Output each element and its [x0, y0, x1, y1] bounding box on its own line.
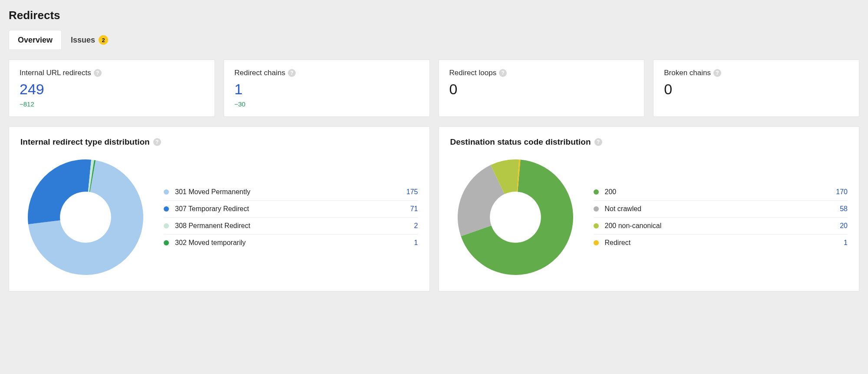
help-icon[interactable]: ? [499, 69, 507, 77]
stat-redirect-loops[interactable]: Redirect loops ? 0 [439, 60, 645, 117]
help-icon[interactable]: ? [94, 69, 102, 77]
legend-item[interactable]: 302 Moved temporarily1 [164, 235, 418, 251]
stat-label-text: Redirect loops [449, 69, 497, 77]
chart-redirect-type: Internal redirect type distribution ? 30… [9, 126, 430, 291]
stat-label-text: Internal URL redirects [20, 69, 91, 77]
donut-chart [450, 156, 581, 278]
legend-swatch [164, 189, 169, 195]
legend-value: 20 [840, 222, 848, 230]
donut-slice[interactable] [28, 159, 91, 224]
legend-value: 1 [414, 239, 418, 247]
legend-value: 1 [844, 239, 848, 247]
tab-overview-label: Overview [18, 36, 53, 45]
page-title: Redirects [9, 9, 859, 22]
legend-swatch [594, 240, 599, 245]
legend-item[interactable]: 200170 [594, 184, 848, 201]
legend-value: 71 [410, 205, 418, 213]
legend-item[interactable]: Not crawled58 [594, 201, 848, 218]
legend-label: 307 Temporary Redirect [175, 205, 410, 213]
legend-value: 175 [406, 188, 418, 196]
legend-swatch [164, 206, 169, 212]
chart-title: Destination status code distribution ? [450, 137, 848, 147]
stat-internal-redirects[interactable]: Internal URL redirects ? 249 −812 [9, 60, 215, 117]
legend-value: 2 [414, 222, 418, 230]
chart-title-text: Destination status code distribution [450, 137, 591, 147]
stat-value[interactable]: 1 [234, 81, 419, 98]
legend-label: 302 Moved temporarily [175, 239, 414, 247]
help-icon[interactable]: ? [288, 69, 296, 77]
stat-label-text: Redirect chains [234, 69, 285, 77]
legend-item[interactable]: 307 Temporary Redirect71 [164, 201, 418, 218]
legend-label: 200 [605, 188, 836, 196]
stat-delta: −812 [20, 100, 204, 108]
legend-swatch [164, 240, 169, 245]
help-icon[interactable]: ? [153, 138, 161, 146]
stat-redirect-chains[interactable]: Redirect chains ? 1 −30 [224, 60, 430, 117]
stat-cards-row: Internal URL redirects ? 249 −812 Redire… [9, 60, 859, 117]
stat-label: Redirect chains ? [234, 69, 419, 77]
legend-item[interactable]: 301 Moved Permanently175 [164, 184, 418, 201]
chart-title: Internal redirect type distribution ? [20, 137, 418, 147]
stat-delta: −30 [234, 100, 419, 108]
help-icon[interactable]: ? [713, 69, 721, 77]
stat-label: Redirect loops ? [449, 69, 634, 77]
chart-legend: 200170Not crawled58200 non-canonical20Re… [594, 184, 848, 251]
legend-swatch [594, 206, 599, 212]
tab-overview[interactable]: Overview [9, 30, 62, 50]
donut-chart [20, 156, 151, 278]
stat-value[interactable]: 249 [20, 81, 204, 98]
chart-row: Internal redirect type distribution ? 30… [9, 126, 859, 291]
legend-value: 170 [836, 188, 848, 196]
legend-label: 301 Moved Permanently [175, 188, 406, 196]
chart-legend: 301 Moved Permanently175307 Temporary Re… [164, 184, 418, 251]
legend-item[interactable]: 308 Permanent Redirect2 [164, 218, 418, 235]
tab-issues[interactable]: Issues 2 [62, 30, 117, 50]
legend-item[interactable]: 200 non-canonical20 [594, 218, 848, 235]
tab-issues-label: Issues [71, 36, 95, 45]
help-icon[interactable]: ? [594, 138, 602, 146]
stat-label-text: Broken chains [664, 69, 711, 77]
legend-label: 200 non-canonical [605, 222, 840, 230]
stat-label: Internal URL redirects ? [20, 69, 204, 77]
legend-swatch [594, 189, 599, 195]
stat-value: 0 [449, 81, 634, 98]
issues-count-badge: 2 [99, 35, 108, 45]
stat-value: 0 [664, 81, 848, 98]
legend-swatch [164, 223, 169, 228]
tabs: Overview Issues 2 [9, 30, 859, 50]
chart-dest-status: Destination status code distribution ? 2… [439, 126, 860, 291]
legend-swatch [594, 223, 599, 228]
legend-label: Redirect [605, 239, 844, 247]
stat-label: Broken chains ? [664, 69, 848, 77]
chart-title-text: Internal redirect type distribution [20, 137, 150, 147]
legend-item[interactable]: Redirect1 [594, 235, 848, 251]
stat-broken-chains[interactable]: Broken chains ? 0 [653, 60, 859, 117]
legend-label: Not crawled [605, 205, 840, 213]
legend-value: 58 [840, 205, 848, 213]
legend-label: 308 Permanent Redirect [175, 222, 414, 230]
